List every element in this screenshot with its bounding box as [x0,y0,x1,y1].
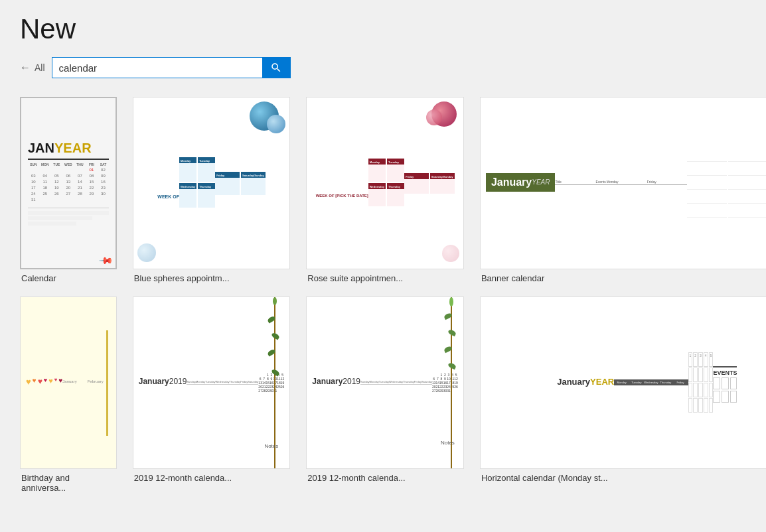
template-item[interactable]: January 2019 SundayMondayTuesdayWednesda… [306,297,464,493]
blue-week-header: WEEK OF [157,194,179,199]
search-button[interactable] [262,58,290,78]
cal-day-header: MON [40,163,51,166]
template-label: Horizontal calendar (Monday st... [480,473,766,483]
months-row: January February [62,379,103,383]
pin-icon: 📌 [98,252,114,267]
template-label: Banner calendar [480,273,766,283]
template-item[interactable]: January YEAR Monday Tuesday Wednesday Th… [480,297,766,493]
search-wrapper [52,57,291,78]
cal-day-header: THU [74,163,86,166]
horiz-month: January [557,377,590,387]
center-divider [106,330,108,436]
search-bar: ← All [20,57,746,78]
horiz-year: YEAR [590,377,614,387]
back-label: All [35,62,45,73]
rose-circle-bottom [442,245,459,262]
template-label: Birthday and anniversa... [20,473,117,493]
template-label: 2019 12-month calenda... [306,473,464,483]
blue-circle-small [267,115,285,133]
cal-day-header: WED [63,163,74,166]
template-label: Calendar [20,273,117,283]
hearts-row: ♥ ♥ ♥ ♥ ♥ ♥ ♥ [26,377,62,387]
back-link[interactable]: ← All [20,62,45,74]
events-label: EVENTS [713,369,737,376]
rose-week-header: WEEK OF [PICK THE DATE] [316,194,368,198]
template-item[interactable]: JAN YEAR SUN MON TUE WED THU FRI SAT [20,97,117,283]
template-label: Blue spheres appointm... [133,273,291,283]
banner-year: YEAR [532,178,550,186]
template-label: 2019 12-month calenda... [133,473,291,483]
cal-day-header: FRI [86,163,98,166]
cal19-1-year: 2019 [169,377,187,386]
cal-year-label: YEAR [54,141,92,156]
search-input[interactable] [52,58,262,78]
template-item[interactable]: January 2019 SundayMondayTuesdayWednesda… [133,297,291,493]
search-icon [270,62,282,74]
cal-month-label: JAN [28,141,54,156]
banner-month: January [491,176,532,188]
cal-day-header: TUE [51,163,62,166]
back-arrow-icon: ← [20,62,31,74]
cal19-2-year: 2019 [343,377,360,386]
template-item[interactable]: WEEK OF [PICK THE DATE] Monday Tuesday W… [306,97,464,283]
cal19-1-month: January [139,377,169,386]
template-item[interactable]: January YEAR Title Events Monday Friday [480,97,766,283]
template-item[interactable]: ♥ ♥ ♥ ♥ ♥ ♥ ♥ January February [20,297,117,493]
template-label: Rose suite appointmen... [306,273,464,283]
template-item[interactable]: WEEK OF Monday Tuesday Wednesday Thursda… [133,97,291,283]
cal-day-header: SAT [98,163,109,166]
blue-circle-bottom [137,243,156,262]
page-title: New [20,13,746,45]
cal-day-header: SUN [28,163,39,166]
cal19-2-month: January [312,377,343,386]
rose-circle-medium [426,109,442,125]
templates-grid: JAN YEAR SUN MON TUE WED THU FRI SAT [20,97,746,493]
